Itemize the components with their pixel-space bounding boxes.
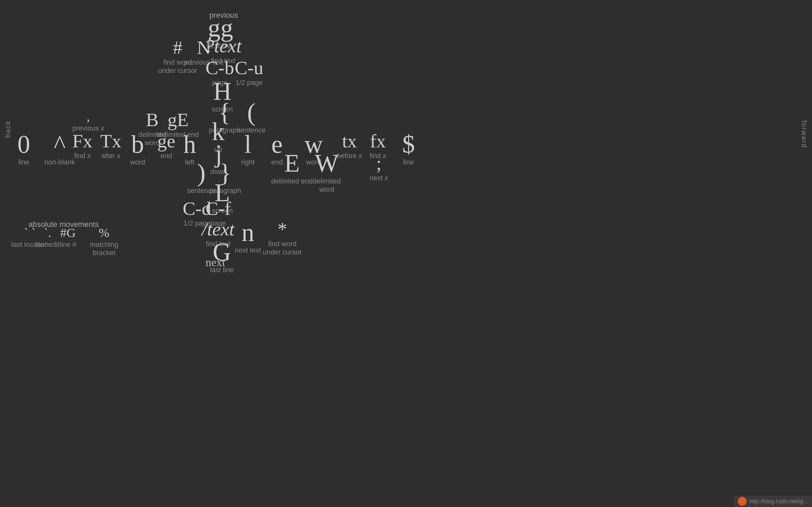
url-text: http://blog.csdn.net/gi... — [749, 498, 808, 505]
zero-item: 0 line — [17, 131, 30, 166]
dollar-item: $ line — [402, 131, 415, 166]
Fx-item: Fx find x — [72, 131, 92, 160]
Tx-item: Tx after x — [100, 131, 121, 160]
paren-left-item: ( sentence — [237, 100, 265, 134]
url-bar: http://blog.csdn.net/gi... — [734, 496, 812, 507]
last-edit-item: `. last edit — [36, 227, 60, 249]
semicolon-item: ; next x — [369, 154, 388, 182]
vim-cheatsheet: back forward previous gg first line # fi… — [0, 0, 812, 507]
ge-item: ge end — [157, 131, 175, 160]
n-item: n next text — [235, 220, 261, 255]
back-label: back — [4, 120, 12, 137]
caret-item: ^ non-blank — [44, 131, 75, 166]
hashG-item: #G line # — [60, 227, 77, 249]
star-item: * find word under cursor — [260, 220, 305, 257]
l-item: l right — [241, 131, 255, 166]
Cu-item: C-u 1/2 page — [235, 58, 263, 87]
percent-item: % matching bracket — [82, 227, 126, 257]
next-item: next — [206, 257, 225, 268]
comma-item: , previous x — [72, 110, 104, 132]
W-item: W delimited word — [305, 151, 349, 194]
b-item: b word — [130, 131, 145, 166]
forward-label: forward — [800, 120, 808, 148]
ubuntu-icon — [738, 497, 747, 506]
